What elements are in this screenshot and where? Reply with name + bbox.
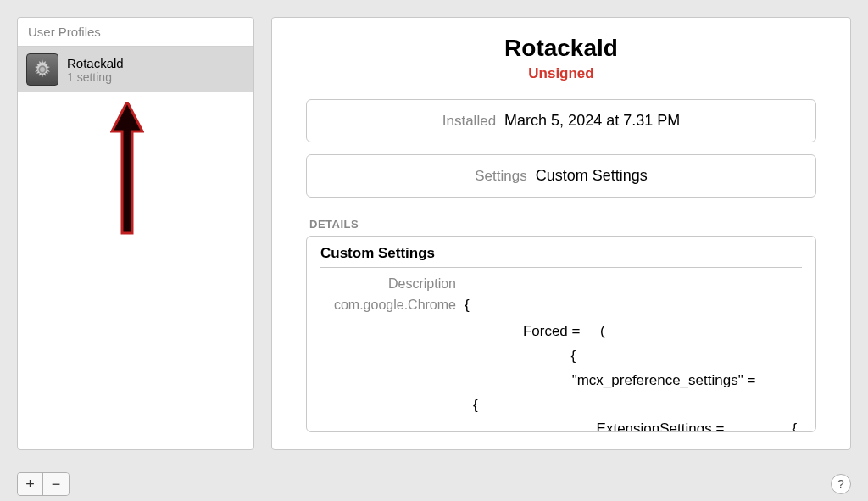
code-line-4: { (320, 393, 802, 418)
description-key: Description (320, 276, 465, 292)
main-panel: Rotackald Unsigned Installed March 5, 20… (271, 17, 851, 450)
svg-point-2 (40, 67, 45, 72)
details-box: Custom Settings Description com.google.C… (306, 236, 816, 432)
details-body: Description com.google.Chrome { Forced =… (320, 276, 802, 432)
code-line-0: { (465, 293, 470, 318)
add-button[interactable]: + (18, 473, 43, 495)
bottom-toolbar: + − ? (0, 467, 868, 501)
code-line-5: ExtensionSettings = { (320, 417, 802, 432)
profile-list-item[interactable]: Rotackald 1 setting (18, 47, 253, 92)
settings-label: Settings (475, 168, 526, 185)
code-line-3: "mcx_preference_settings" = (320, 369, 802, 393)
profiles-sidebar: User Profiles Rotackald 1 setting (17, 17, 254, 450)
installed-row: Installed March 5, 2024 at 7.31 PM (306, 99, 816, 142)
sidebar-header: User Profiles (18, 18, 253, 47)
details-title: Custom Settings (320, 245, 802, 268)
domain-key: com.google.Chrome (320, 298, 465, 313)
installed-value: March 5, 2024 at 7.31 PM (504, 112, 680, 130)
profile-status: Unsigned (306, 65, 816, 82)
details-section-label: DETAILS (306, 218, 816, 231)
profile-title: Rotackald (306, 35, 816, 62)
help-button[interactable]: ? (831, 474, 851, 494)
profile-name: Rotackald (67, 56, 124, 70)
installed-label: Installed (442, 113, 496, 130)
profile-text: Rotackald 1 setting (67, 56, 124, 84)
profile-subtitle: 1 setting (67, 70, 124, 84)
settings-value: Custom Settings (536, 167, 648, 185)
code-line-1: Forced = ( (320, 320, 802, 344)
profile-gear-icon (26, 53, 58, 86)
remove-button[interactable]: − (43, 473, 69, 495)
settings-row: Settings Custom Settings (306, 154, 816, 198)
add-remove-group: + − (17, 472, 70, 496)
code-line-2: { (320, 344, 802, 369)
